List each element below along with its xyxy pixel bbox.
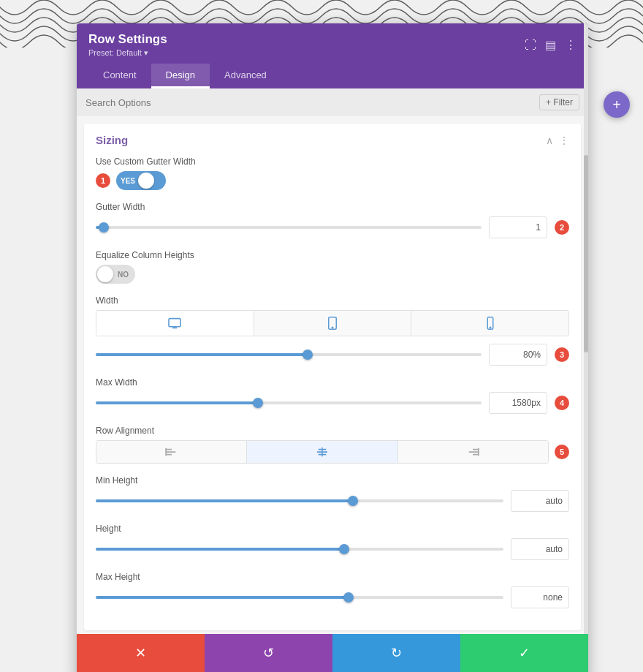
height-item: Height [96, 524, 569, 560]
panel-body: Sizing ∧ ⋮ Use Custom Gutter Width 1 YES [77, 116, 588, 672]
align-left-icon [165, 447, 178, 457]
panel-preset[interactable]: Preset: Default ▾ [88, 48, 167, 58]
section-controls: ∧ ⋮ [546, 135, 569, 146]
save-icon: ✓ [519, 645, 530, 661]
scrollbar-thumb[interactable] [584, 155, 588, 352]
desktop-icon [167, 317, 182, 329]
badge-5: 5 [555, 445, 569, 459]
height-label: Height [96, 524, 569, 534]
toggle-yes-label: YES [118, 177, 138, 185]
panel-title-group: Row Settings Preset: Default ▾ [88, 32, 167, 58]
max-width-item: Max Width 4 [96, 377, 569, 414]
align-right-icon [466, 447, 479, 457]
gutter-toggle[interactable]: YES [116, 171, 166, 190]
max-width-input[interactable] [489, 392, 547, 414]
badge-3: 3 [555, 347, 569, 362]
max-height-fill [96, 596, 349, 599]
device-tab-mobile[interactable] [411, 311, 568, 336]
collapse-icon[interactable]: ∧ [546, 135, 553, 146]
scrollbar-track [584, 23, 588, 672]
tab-design[interactable]: Design [151, 64, 210, 88]
cancel-icon: ✕ [135, 645, 146, 661]
height-input[interactable] [511, 538, 569, 560]
max-width-slider[interactable] [96, 401, 482, 404]
use-custom-gutter-width-item: Use Custom Gutter Width 1 YES [96, 156, 569, 190]
tablet-icon [327, 317, 338, 330]
max-height-thumb[interactable] [343, 592, 354, 603]
toggle-no-label: NO [116, 271, 129, 279]
width-thumb[interactable] [303, 350, 313, 360]
align-center-icon [316, 447, 329, 457]
gutter-width-slider-row: 2 [96, 216, 569, 238]
filter-button[interactable]: + Filter [539, 94, 579, 110]
align-center[interactable] [247, 441, 397, 463]
max-height-label: Max Height [96, 572, 569, 582]
search-input[interactable] [85, 97, 539, 108]
gutter-width-input[interactable] [489, 216, 547, 238]
svg-rect-1 [169, 319, 180, 327]
sizing-section: Sizing ∧ ⋮ Use Custom Gutter Width 1 YES [84, 124, 581, 630]
header-icons: ⛶ ▤ ⋮ [525, 38, 577, 52]
redo-button[interactable]: ↻ [332, 634, 460, 672]
device-tab-desktop[interactable] [96, 311, 254, 336]
row-alignment-item: Row Alignment [96, 426, 569, 464]
align-left[interactable] [96, 441, 247, 463]
more-icon[interactable]: ⋮ [565, 38, 577, 52]
badge-2: 2 [555, 220, 569, 235]
cancel-button[interactable]: ✕ [77, 634, 205, 672]
undo-icon: ↺ [263, 645, 274, 661]
min-height-fill [96, 499, 353, 502]
width-slider[interactable] [96, 353, 482, 356]
min-height-input[interactable] [511, 490, 569, 512]
search-bar: + Filter [77, 88, 588, 116]
row-alignment-label: Row Alignment [96, 426, 569, 436]
gutter-width-thumb[interactable] [99, 222, 109, 233]
height-thumb[interactable] [339, 544, 349, 554]
device-tabs [96, 310, 569, 336]
min-height-label: Min Height [96, 475, 569, 486]
panel-title: Row Settings [88, 32, 167, 47]
width-item: Width [96, 295, 569, 366]
section-header: Sizing ∧ ⋮ [96, 134, 569, 146]
filter-label: + Filter [546, 97, 573, 107]
section-more-icon[interactable]: ⋮ [559, 135, 569, 146]
min-height-thumb[interactable] [348, 496, 358, 506]
mobile-icon [486, 317, 495, 330]
expand-icon[interactable]: ⛶ [525, 39, 536, 52]
equalize-column-heights-label: Equalize Column Heights [96, 250, 569, 260]
split-icon[interactable]: ▤ [545, 38, 556, 52]
footer: ✕ ↺ ↻ ✓ [77, 634, 588, 672]
width-slider-row: 3 [96, 344, 569, 366]
section-title: Sizing [96, 134, 128, 146]
max-height-input[interactable] [511, 586, 569, 608]
add-button[interactable]: + [604, 91, 630, 118]
undo-button[interactable]: ↺ [205, 634, 332, 672]
gutter-toggle-container: 1 YES [96, 171, 569, 190]
max-width-thumb[interactable] [253, 398, 263, 408]
height-fill [96, 548, 344, 551]
equalize-column-heights-item: Equalize Column Heights NO [96, 250, 569, 284]
tab-advanced[interactable]: Advanced [210, 64, 281, 88]
badge-4: 4 [555, 396, 569, 410]
panel-tabs: Content Design Advanced [88, 64, 577, 88]
tab-content[interactable]: Content [88, 64, 151, 88]
gutter-width-slider[interactable] [96, 226, 482, 229]
alignment-tabs [96, 440, 549, 464]
gutter-width-label: Gutter Width [96, 202, 569, 212]
height-slider[interactable] [96, 548, 503, 551]
svg-point-7 [490, 327, 491, 328]
header-top: Row Settings Preset: Default ▾ ⛶ ▤ ⋮ [88, 32, 577, 58]
svg-point-5 [332, 327, 333, 328]
max-height-slider[interactable] [96, 596, 503, 599]
equalize-toggle[interactable]: NO [96, 265, 135, 284]
panel-header: Row Settings Preset: Default ▾ ⛶ ▤ ⋮ Con… [77, 23, 588, 88]
save-button[interactable]: ✓ [460, 634, 588, 672]
device-tab-tablet[interactable] [254, 311, 412, 336]
badge-1: 1 [96, 173, 110, 188]
max-height-slider-row [96, 586, 569, 608]
min-height-slider[interactable] [96, 499, 503, 502]
redo-icon: ↻ [391, 645, 402, 661]
row-settings-panel: Row Settings Preset: Default ▾ ⛶ ▤ ⋮ Con… [77, 23, 588, 672]
align-right[interactable] [398, 441, 548, 463]
width-input[interactable] [489, 344, 547, 366]
